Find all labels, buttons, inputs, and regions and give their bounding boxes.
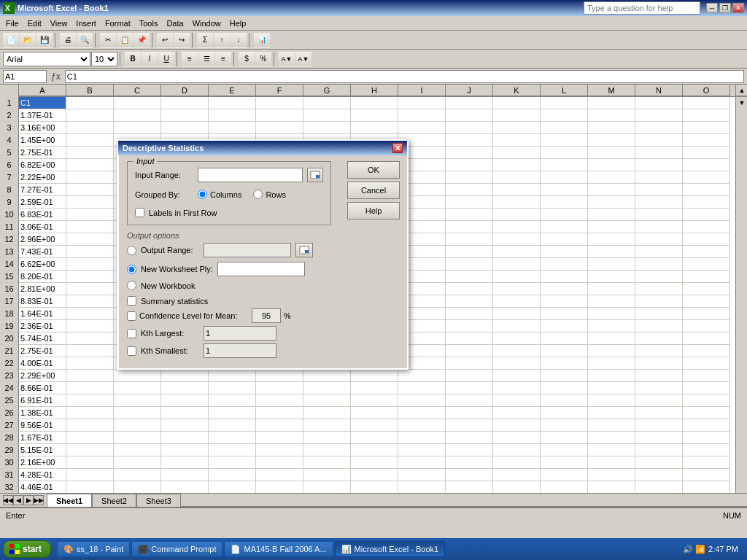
cell-o18[interactable]	[683, 308, 730, 320]
cell-o1[interactable]	[683, 97, 730, 109]
cell-f2[interactable]	[256, 109, 303, 122]
cell-a27[interactable]: 9.56E-01	[19, 419, 66, 432]
cell-i25[interactable]	[398, 394, 446, 407]
cell-l23[interactable]	[541, 370, 588, 382]
col-header-c[interactable]: C	[114, 85, 161, 96]
cell-m19[interactable]	[588, 320, 635, 332]
cell-n3[interactable]	[635, 122, 683, 134]
cell-n30[interactable]	[635, 456, 683, 469]
cell-j16[interactable]	[446, 283, 493, 295]
cell-f29[interactable]	[256, 444, 303, 456]
cell-l19[interactable]	[541, 320, 588, 332]
new-worksheet-input[interactable]	[217, 262, 305, 276]
taskbar-cmd[interactable]: ⬛ Command Prompt	[131, 541, 222, 557]
col-header-g[interactable]: G	[303, 85, 351, 96]
sheet-prev-btn[interactable]: ◀	[13, 495, 23, 505]
cell-m30[interactable]	[588, 456, 635, 469]
cell-b3[interactable]	[66, 122, 114, 134]
cell-m4[interactable]	[588, 134, 635, 147]
print-button[interactable]: 🖨	[60, 32, 76, 48]
cell-n20[interactable]	[635, 332, 683, 345]
cell-j9[interactable]	[446, 196, 493, 209]
cell-l27[interactable]	[541, 419, 588, 432]
copy-button[interactable]: 📋	[117, 32, 133, 48]
cell-l25[interactable]	[541, 394, 588, 407]
cell-g23[interactable]	[303, 370, 351, 382]
cell-k15[interactable]	[493, 271, 541, 283]
cell-o26[interactable]	[683, 407, 730, 419]
cell-h31[interactable]	[351, 469, 398, 481]
cell-o32[interactable]	[683, 481, 730, 493]
cell-b24[interactable]	[66, 382, 114, 394]
ok-button[interactable]: OK	[347, 161, 400, 179]
cell-m8[interactable]	[588, 184, 635, 196]
minimize-button[interactable]: ─	[706, 3, 718, 13]
cell-m2[interactable]	[588, 109, 635, 122]
cell-c31[interactable]	[114, 469, 161, 481]
cell-h26[interactable]	[351, 407, 398, 419]
cell-f23[interactable]	[256, 370, 303, 382]
cell-f27[interactable]	[256, 419, 303, 432]
cell-l18[interactable]	[541, 308, 588, 320]
cell-h24[interactable]	[351, 382, 398, 394]
cell-c27[interactable]	[114, 419, 161, 432]
col-header-l[interactable]: L	[541, 85, 588, 96]
cell-l20[interactable]	[541, 332, 588, 345]
cell-f31[interactable]	[256, 469, 303, 481]
cell-l13[interactable]	[541, 246, 588, 258]
cell-c2[interactable]	[114, 109, 161, 122]
rows-radio[interactable]	[253, 190, 263, 199]
cell-a3[interactable]: 3.16E+00	[19, 122, 66, 134]
cell-j29[interactable]	[446, 444, 493, 456]
cell-n23[interactable]	[635, 370, 683, 382]
cell-h27[interactable]	[351, 419, 398, 432]
cell-o8[interactable]	[683, 184, 730, 196]
cell-j8[interactable]	[446, 184, 493, 196]
cell-n2[interactable]	[635, 109, 683, 122]
cell-j7[interactable]	[446, 171, 493, 184]
cell-n31[interactable]	[635, 469, 683, 481]
cell-a7[interactable]: 2.22E+00	[19, 171, 66, 184]
cell-a32[interactable]: 4.46E-01	[19, 481, 66, 493]
cell-h30[interactable]	[351, 456, 398, 469]
cell-l2[interactable]	[541, 109, 588, 122]
cell-l24[interactable]	[541, 382, 588, 394]
cell-e23[interactable]	[209, 370, 256, 382]
cell-j32[interactable]	[446, 481, 493, 493]
col-header-j[interactable]: J	[446, 85, 493, 96]
cell-c3[interactable]	[114, 122, 161, 134]
cell-k32[interactable]	[493, 481, 541, 493]
cell-n18[interactable]	[635, 308, 683, 320]
row-num-7[interactable]: 7	[0, 171, 18, 184]
col-header-o[interactable]: O	[683, 85, 730, 96]
cell-a28[interactable]: 1.67E-01	[19, 432, 66, 444]
cell-l1[interactable]	[541, 97, 588, 109]
cell-f28[interactable]	[256, 432, 303, 444]
row-num-24[interactable]: 24	[0, 382, 18, 394]
cell-a8[interactable]: 7.27E-01	[19, 184, 66, 196]
cell-j18[interactable]	[446, 308, 493, 320]
cell-a25[interactable]: 6.91E-01	[19, 394, 66, 407]
cell-m18[interactable]	[588, 308, 635, 320]
cell-a6[interactable]: 6.82E+00	[19, 159, 66, 171]
cell-b13[interactable]	[66, 246, 114, 258]
cell-a24[interactable]: 8.66E-01	[19, 382, 66, 394]
taskbar-pdf[interactable]: 📄 MA145-B Fall 2006 A...	[224, 541, 333, 557]
cell-a21[interactable]: 2.75E-01	[19, 345, 66, 357]
cell-a18[interactable]: 1.64E-01	[19, 308, 66, 320]
cell-i2[interactable]	[398, 109, 446, 122]
chart-button[interactable]: 📊	[254, 32, 270, 48]
cell-l5[interactable]	[541, 147, 588, 159]
cell-b19[interactable]	[66, 320, 114, 332]
cell-l28[interactable]	[541, 432, 588, 444]
cell-o12[interactable]	[683, 233, 730, 246]
cell-o3[interactable]	[683, 122, 730, 134]
cell-l4[interactable]	[541, 134, 588, 147]
cell-l8[interactable]	[541, 184, 588, 196]
cell-b21[interactable]	[66, 345, 114, 357]
row-num-31[interactable]: 31	[0, 469, 18, 481]
cell-f25[interactable]	[256, 394, 303, 407]
cell-n22[interactable]	[635, 357, 683, 370]
menu-format[interactable]: Format	[101, 16, 135, 31]
cell-i23[interactable]	[398, 370, 446, 382]
